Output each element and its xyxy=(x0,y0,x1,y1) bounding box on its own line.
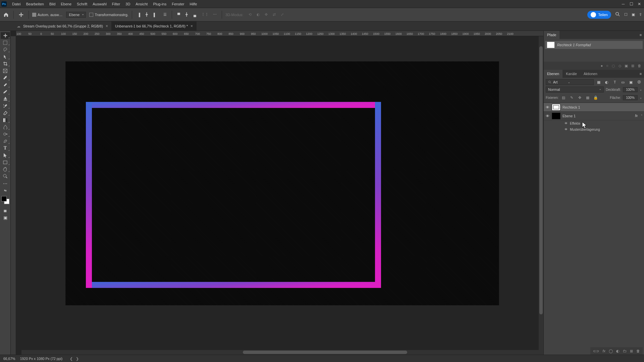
path-item[interactable]: Rechteck 1 Formpfad xyxy=(545,41,643,49)
new-path-button[interactable]: ⊞ xyxy=(631,64,634,68)
more-options-button[interactable]: ⋯ xyxy=(212,11,218,18)
new-layer-button[interactable]: ⊞ xyxy=(630,349,633,353)
menu-hilfe[interactable]: Hilfe xyxy=(187,1,200,7)
layers-panel-menu[interactable]: ≡ xyxy=(637,70,644,78)
crop-tool[interactable] xyxy=(1,60,10,67)
layer-name-label[interactable]: Rechteck 1 xyxy=(562,105,580,109)
align-right-button[interactable]: ▌ xyxy=(152,11,158,18)
menu-bearbeiten[interactable]: Bearbeiten xyxy=(23,1,47,7)
actions-tab[interactable]: Aktionen xyxy=(580,70,601,78)
frame-tool[interactable] xyxy=(1,67,10,74)
quick-select-tool[interactable] xyxy=(1,53,10,60)
rectangle-tool[interactable] xyxy=(1,159,10,166)
layer-effect-item[interactable]: 👁 Musterüberlagerung xyxy=(544,126,644,132)
menu-plugins[interactable]: Plug-ins xyxy=(150,1,169,7)
lock-all-button[interactable]: 🔒 xyxy=(593,95,599,101)
hand-tool[interactable] xyxy=(1,166,10,173)
auto-select-checkbox[interactable]: Autom. ausw… xyxy=(32,13,63,17)
workspace-button[interactable]: ▣ xyxy=(632,12,635,17)
layer-mask-button[interactable]: ◯ xyxy=(609,349,613,353)
paths-panel-menu[interactable]: ≡ xyxy=(637,31,644,39)
align-hcenter-button[interactable]: ╋ xyxy=(144,11,150,18)
window-maximize-button[interactable]: ☐ xyxy=(628,1,635,7)
layer-fx-badge[interactable]: fx xyxy=(635,114,639,118)
align-bottom-button[interactable]: ▄ xyxy=(192,11,198,18)
filter-toggle-switch[interactable]: ⦿ xyxy=(636,79,642,85)
brush-tool[interactable] xyxy=(1,88,10,95)
align-left-button[interactable]: ▐ xyxy=(136,11,142,18)
delete-layer-button[interactable]: 🗑 xyxy=(636,349,640,353)
type-tool[interactable]: T xyxy=(1,145,10,152)
heal-tool[interactable] xyxy=(1,81,10,88)
paths-tab[interactable]: Pfade xyxy=(544,31,559,39)
3d-orbit-button[interactable]: ⟲ xyxy=(247,11,254,18)
foreground-color-swatch[interactable] xyxy=(1,196,7,201)
load-selection-button[interactable]: ◌ xyxy=(612,64,615,68)
zoom-level[interactable]: 66,67% xyxy=(3,357,15,361)
home-button[interactable] xyxy=(2,11,10,19)
menu-auswahl[interactable]: Auswahl xyxy=(90,1,109,7)
layer-style-button[interactable]: fx xyxy=(602,349,605,353)
path-select-tool[interactable] xyxy=(1,152,10,159)
search-button[interactable] xyxy=(615,12,620,17)
channels-tab[interactable]: Kanäle xyxy=(562,70,580,78)
layer-name-label[interactable]: Ebene 1 xyxy=(562,114,576,118)
menu-filter[interactable]: Filter xyxy=(109,1,123,7)
window-close-button[interactable]: ✕ xyxy=(636,1,643,7)
layer-row-rechteck[interactable]: 👁 ▫ Rechteck 1 xyxy=(544,103,644,112)
effects-visibility-toggle[interactable]: 👁 xyxy=(564,122,568,125)
rectangle-shape[interactable] xyxy=(86,102,381,288)
history-brush-tool[interactable] xyxy=(1,103,10,109)
menu-ebene[interactable]: Ebene xyxy=(58,1,74,7)
menu-ansicht[interactable]: Ansicht xyxy=(133,1,150,7)
scrollbar-vertical[interactable] xyxy=(539,36,543,355)
document-dimensions[interactable]: 1920 Px x 1080 Px (72 ppi) xyxy=(20,357,63,361)
filter-shape-button[interactable]: ▭ xyxy=(620,79,626,85)
layer-thumbnail[interactable] xyxy=(552,113,560,119)
share-button[interactable]: Teilen xyxy=(587,11,611,19)
tab-close-icon[interactable]: × xyxy=(106,24,108,28)
lock-transparent-button[interactable]: ▨ xyxy=(560,95,567,101)
screen-mode-button[interactable]: ☐ xyxy=(624,12,628,17)
filter-type-button[interactable]: T xyxy=(612,79,618,85)
zoom-tool[interactable] xyxy=(1,173,10,180)
move-tool-icon[interactable] xyxy=(17,11,25,19)
tab-close-icon[interactable]: × xyxy=(191,24,193,28)
visibility-toggle[interactable]: 👁 xyxy=(545,105,550,109)
layer-thumbnail[interactable]: ▫ xyxy=(552,104,560,111)
layer-filter-input[interactable] xyxy=(553,80,567,84)
layer-row-ebene1[interactable]: 👁 Ebene 1 fx ˄ xyxy=(544,112,644,120)
lock-artboard-button[interactable]: ▦ xyxy=(585,95,591,101)
blur-tool[interactable] xyxy=(1,124,10,130)
document-tab-1[interactable]: ☁ Stream Overlay.psdc bei 66,7% (Gruppe … xyxy=(13,21,112,31)
menu-bild[interactable]: Bild xyxy=(47,1,58,7)
3d-slide-button[interactable]: ⇄ xyxy=(271,11,278,18)
lock-pixels-button[interactable]: ✎ xyxy=(569,95,575,101)
group-layers-button[interactable]: 🗀 xyxy=(623,349,627,353)
link-layers-button[interactable]: ⊂⊃ xyxy=(593,349,599,353)
ruler-vertical[interactable] xyxy=(11,36,16,355)
window-minimize-button[interactable]: ─ xyxy=(620,1,627,7)
export-button[interactable]: ⇪ xyxy=(639,12,642,17)
transform-controls-checkbox[interactable]: Transformationsstrg. xyxy=(89,13,128,17)
quick-mask-button[interactable]: ◙ xyxy=(1,207,10,214)
canvas-area[interactable] xyxy=(16,36,543,355)
fx-collapse-icon[interactable]: ˄ xyxy=(641,114,643,118)
eyedropper-tool[interactable] xyxy=(1,74,10,81)
ruler-horizontal[interactable]: 1005005010015020025030035040045050055060… xyxy=(16,31,543,36)
menu-fenster[interactable]: Fenster xyxy=(169,1,187,7)
move-tool[interactable] xyxy=(1,32,10,39)
distribute-button[interactable]: ⋮⋮ xyxy=(202,11,208,18)
scrollbar-horizontal[interactable] xyxy=(21,350,539,355)
lock-position-button[interactable]: ✥ xyxy=(577,95,583,101)
menu-datei[interactable]: Datei xyxy=(9,1,23,7)
gradient-tool[interactable] xyxy=(1,117,10,123)
document-tab-2[interactable]: Unbenannt-1 bei 66,7% (Rechteck 1, RGB/8… xyxy=(112,21,197,31)
filter-pixel-button[interactable]: ▦ xyxy=(596,79,602,85)
layer-effects-header[interactable]: 👁 Effekte xyxy=(544,120,644,126)
stroke-path-button[interactable]: ○ xyxy=(606,64,608,68)
3d-scale-button[interactable]: ⤢ xyxy=(279,11,286,18)
adjustment-layer-button[interactable]: ◐ xyxy=(616,349,620,353)
doc-nav-arrows[interactable]: ❮ ❯ xyxy=(70,357,80,361)
align-vcenter-button[interactable]: ╋ xyxy=(183,11,190,18)
